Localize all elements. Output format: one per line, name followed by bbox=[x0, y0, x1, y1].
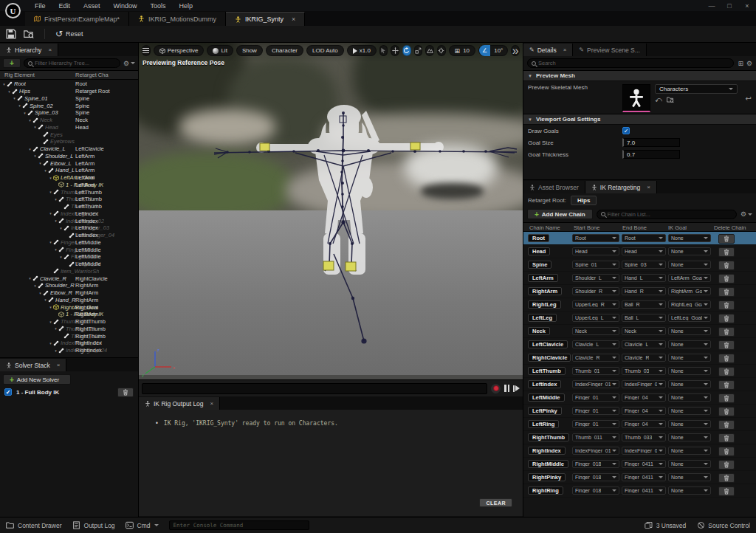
col-retarget-chain[interactable]: Retarget Cha bbox=[75, 72, 109, 78]
browse-to-asset-button[interactable] bbox=[24, 29, 34, 39]
end-bone-dropdown[interactable]: Clavicle_R bbox=[622, 354, 666, 362]
expand-arrow-icon[interactable]: ▾ bbox=[38, 291, 43, 295]
start-bone-dropdown[interactable]: Finger_01 bbox=[572, 393, 619, 402]
hierarchy-row[interactable]: ▾ Hand_L LeftArm bbox=[0, 167, 138, 174]
hierarchy-row[interactable]: ▾ IndexFinger_04 LeftIndex bbox=[0, 232, 138, 239]
viewport-menu-button[interactable] bbox=[142, 45, 151, 56]
ik-goal-dropdown[interactable]: None bbox=[668, 433, 711, 441]
chain-row[interactable]: LeftRing Finger_01 Finger_04 None bbox=[523, 418, 756, 431]
move-tool-button[interactable] bbox=[391, 45, 399, 56]
expand-arrow-icon[interactable]: ▾ bbox=[58, 226, 63, 230]
ik-goal-dropdown[interactable]: LeftLeg_Goal bbox=[668, 314, 711, 322]
end-bone-dropdown[interactable]: Finger_0411 bbox=[622, 460, 666, 468]
chain-name[interactable]: Head bbox=[528, 247, 550, 255]
expand-arrow-icon[interactable]: ▾ bbox=[32, 125, 38, 129]
chain-filter[interactable] bbox=[597, 210, 737, 219]
delete-chain-button[interactable] bbox=[718, 473, 735, 483]
delete-chain-button[interactable] bbox=[718, 407, 735, 416]
hierarchy-row[interactable]: ▾ RightArm_Goal RightArm bbox=[0, 303, 138, 311]
expand-arrow-icon[interactable]: ▾ bbox=[48, 211, 53, 216]
expand-arrow-icon[interactable]: ▾ bbox=[48, 240, 53, 244]
start-bone-dropdown[interactable]: Shoulder_R bbox=[572, 287, 619, 295]
ik-goal-dropdown[interactable]: RightLeg_Goal bbox=[668, 300, 711, 309]
hierarchy-row[interactable]: ▾ Thumb_022 RightThumb bbox=[0, 326, 138, 333]
delete-chain-button[interactable] bbox=[718, 433, 735, 443]
chain-name[interactable]: LeftThumb bbox=[528, 367, 566, 375]
character-mesh[interactable] bbox=[256, 105, 444, 275]
hierarchy-row[interactable]: ▾ Eyebrows bbox=[0, 138, 138, 145]
hierarchy-row[interactable]: ▾ Finger_03 LeftMiddle bbox=[0, 253, 138, 261]
hierarchy-settings-button[interactable]: ⚙ bbox=[123, 60, 135, 67]
menu-item[interactable]: Help bbox=[173, 0, 200, 11]
hierarchy-row[interactable]: ▾ Elbow_L LeftArm bbox=[0, 159, 138, 167]
col-rig-element[interactable]: Rig Element bbox=[0, 72, 35, 78]
end-bone-dropdown[interactable]: Finger_04 bbox=[622, 407, 666, 415]
hierarchy-filter-input[interactable] bbox=[35, 60, 116, 66]
ik-goal-dropdown[interactable]: None bbox=[668, 261, 711, 269]
chain-name[interactable]: LeftPinky bbox=[528, 407, 562, 415]
expand-arrow-icon[interactable]: ▾ bbox=[53, 197, 58, 202]
hierarchy-row[interactable]: ▾ Thumb_011 RightThumb bbox=[0, 318, 138, 326]
expand-arrow-icon[interactable]: ▾ bbox=[48, 305, 53, 309]
show-dropdown[interactable]: Show bbox=[236, 45, 263, 56]
delete-chain-button[interactable] bbox=[718, 486, 735, 496]
select-tool-button[interactable] bbox=[379, 45, 388, 56]
lit-dropdown[interactable]: Lit bbox=[207, 45, 233, 56]
expand-arrow-icon[interactable]: ▾ bbox=[48, 190, 53, 194]
hierarchy-row[interactable]: ▾ Hand_R RightArm bbox=[0, 297, 138, 304]
chain-name[interactable]: Neck bbox=[528, 327, 550, 335]
delete-chain-button[interactable] bbox=[718, 367, 735, 376]
start-bone-dropdown[interactable]: Thumb_011 bbox=[572, 433, 619, 441]
ik-goal-dropdown[interactable]: None bbox=[668, 327, 711, 335]
ik-goal-dropdown[interactable]: None bbox=[668, 473, 711, 481]
ik-goal-dropdown[interactable]: None bbox=[668, 447, 711, 455]
step-forward-button[interactable] bbox=[513, 385, 520, 392]
chain-row[interactable]: Root Root Root None bbox=[523, 232, 756, 245]
start-bone-dropdown[interactable]: Shoulder_L bbox=[572, 274, 619, 282]
close-panel-icon[interactable]: × bbox=[563, 47, 567, 53]
expand-arrow-icon[interactable]: ▾ bbox=[27, 147, 32, 151]
asset-tab[interactable]: IKRIG_MotionsDummy × bbox=[129, 12, 226, 26]
menu-item[interactable]: Tools bbox=[144, 0, 173, 11]
mesh-thumbnail[interactable] bbox=[622, 84, 650, 112]
chain-name[interactable]: RightRing bbox=[528, 486, 563, 495]
menu-item[interactable]: Window bbox=[107, 0, 144, 11]
hierarchy-row[interactable]: ▾ IndexFinger_014 RightIndex bbox=[0, 340, 138, 347]
end-bone-dropdown[interactable]: IndexFinger_047 bbox=[622, 447, 666, 455]
rotation-snap-button[interactable]: ∠ 10° bbox=[478, 45, 508, 56]
chain-row[interactable]: LeftMiddle Finger_01 Finger_04 None bbox=[523, 391, 756, 405]
surface-snap-button[interactable] bbox=[425, 45, 434, 56]
tab-hierarchy[interactable]: Hierarchy × bbox=[0, 44, 58, 56]
goal-thickness-input[interactable]: 0.7 bbox=[622, 150, 680, 159]
console-command-input[interactable] bbox=[169, 520, 309, 530]
solver-enabled-checkbox[interactable]: ✓ bbox=[4, 388, 12, 396]
hierarchy-row[interactable]: ▾ IndexFinger_01 LeftIndex bbox=[0, 210, 138, 218]
menu-item[interactable]: Asset bbox=[77, 0, 107, 11]
ik-goal-dropdown[interactable]: None bbox=[668, 354, 711, 362]
ik-goal-dropdown[interactable]: None bbox=[668, 407, 711, 415]
source-control-button[interactable]: Source Control bbox=[698, 521, 750, 529]
expand-arrow-icon[interactable]: ▾ bbox=[58, 255, 63, 259]
ik-goal-dropdown[interactable]: RightArm_Goal bbox=[668, 287, 711, 295]
delete-chain-button[interactable] bbox=[718, 420, 735, 430]
expand-arrow-icon[interactable]: ▾ bbox=[17, 103, 22, 108]
tab-ik-retargeting[interactable]: IK Retargeting × bbox=[585, 181, 657, 193]
chain-name[interactable]: LeftRing bbox=[528, 420, 559, 428]
chain-row[interactable]: LeftClavicle Clavicle_L Clavicle_L None bbox=[523, 338, 756, 351]
delete-chain-button[interactable] bbox=[718, 460, 735, 470]
ik-goal-dropdown[interactable]: None bbox=[668, 393, 711, 402]
close-tab-icon[interactable]: × bbox=[292, 16, 295, 23]
hierarchy-row[interactable]: ▾ Thumb_02 LeftThumb bbox=[0, 196, 138, 203]
browse-to-asset-icon[interactable] bbox=[667, 96, 674, 103]
asset-tab[interactable]: FirstPersonExampleMap* × bbox=[25, 12, 129, 26]
chain-name[interactable]: RightLeg bbox=[528, 300, 561, 309]
display-filter-icon[interactable]: ⊞ bbox=[738, 60, 743, 67]
start-bone-dropdown[interactable]: Finger_018 bbox=[572, 486, 619, 495]
end-bone-dropdown[interactable]: Head bbox=[622, 247, 666, 255]
hierarchy-row[interactable]: ▾ Hips Retarget Root bbox=[0, 88, 138, 95]
expand-arrow-icon[interactable]: ▾ bbox=[38, 161, 43, 165]
end-bone-dropdown[interactable]: Spine_03 bbox=[622, 261, 666, 269]
chain-row[interactable]: RightIndex IndexFinger_014 IndexFinger_0… bbox=[523, 444, 756, 458]
delete-chain-button[interactable] bbox=[718, 314, 735, 323]
start-bone-dropdown[interactable]: Clavicle_R bbox=[572, 354, 619, 362]
